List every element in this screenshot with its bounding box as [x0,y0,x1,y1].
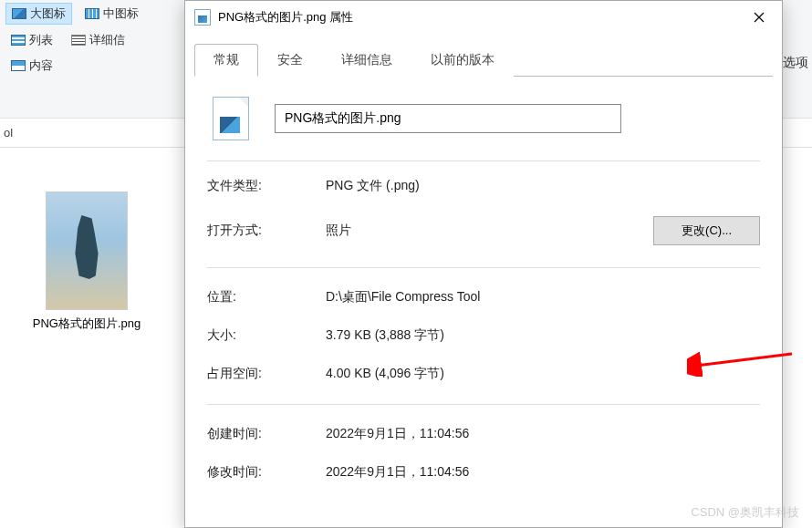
modified-label: 修改时间: [207,464,326,481]
image-thumbnail [46,192,128,310]
divider [207,267,760,268]
tab-security[interactable]: 安全 [258,44,322,77]
medium-icons-icon [85,8,99,19]
ribbon-label: 内容 [29,57,53,74]
change-button[interactable]: 更改(C)... [653,216,760,245]
divider [207,404,760,405]
modified-value: 2022年9月1日，11:04:56 [326,464,760,481]
ribbon-label: 中图标 [103,5,139,22]
location-value: D:\桌面\File Compress Tool [326,289,760,305]
list-icon [11,35,26,46]
tab-details[interactable]: 详细信息 [322,44,411,77]
large-icons-icon [12,8,26,19]
openwith-value: 照片 [326,223,653,239]
content-icon [11,60,26,71]
file-big-icon [213,97,249,140]
size-label: 大小: [207,327,326,344]
options-text-fragment: 选项 [783,55,808,71]
details-icon [71,35,86,46]
tab-general[interactable]: 常规 [194,44,258,77]
view-content[interactable]: 内容 [5,56,58,76]
disk-value: 4.00 KB (4,096 字节) [326,366,760,382]
file-type-icon [194,9,211,26]
tab-strip: 常规 安全 详细信息 以前的版本 [185,34,782,76]
created-value: 2022年9月1日，11:04:56 [326,426,760,442]
filename-input[interactable] [275,104,621,133]
ribbon-label: 详细信 [89,32,125,48]
filetype-label: 文件类型: [207,178,326,194]
file-name-label: PNG格式的图片.png [27,316,146,332]
tab-panel-general: 文件类型: PNG 文件 (.png) 打开方式: 照片 更改(C)... 位置… [194,76,773,497]
ribbon-label: 大图标 [30,5,66,22]
location-label: 位置: [207,289,326,305]
created-label: 创建时间: [207,426,326,442]
dialog-titlebar[interactable]: PNG格式的图片.png 属性 [185,1,782,34]
close-button[interactable] [738,4,780,31]
disk-label: 占用空间: [207,366,326,382]
size-value: 3.79 KB (3,888 字节) [326,327,760,344]
view-list[interactable]: 列表 [5,30,58,50]
watermark: CSDN @奥凯丰科技 [691,504,799,521]
view-large-icons[interactable]: 大图标 [5,3,72,25]
close-icon [754,12,765,23]
view-details[interactable]: 详细信 [66,30,130,50]
dialog-title: PNG格式的图片.png 属性 [218,9,738,26]
filetype-value: PNG 文件 (.png) [326,178,760,194]
ribbon-label: 列表 [29,32,53,48]
file-thumbnail-item[interactable]: PNG格式的图片.png [27,192,146,332]
tab-previous-versions[interactable]: 以前的版本 [411,44,514,77]
properties-dialog: PNG格式的图片.png 属性 常规 安全 详细信息 以前的版本 文件类型: P… [184,0,783,528]
view-medium-icons[interactable]: 中图标 [79,3,144,25]
openwith-label: 打开方式: [207,223,326,239]
